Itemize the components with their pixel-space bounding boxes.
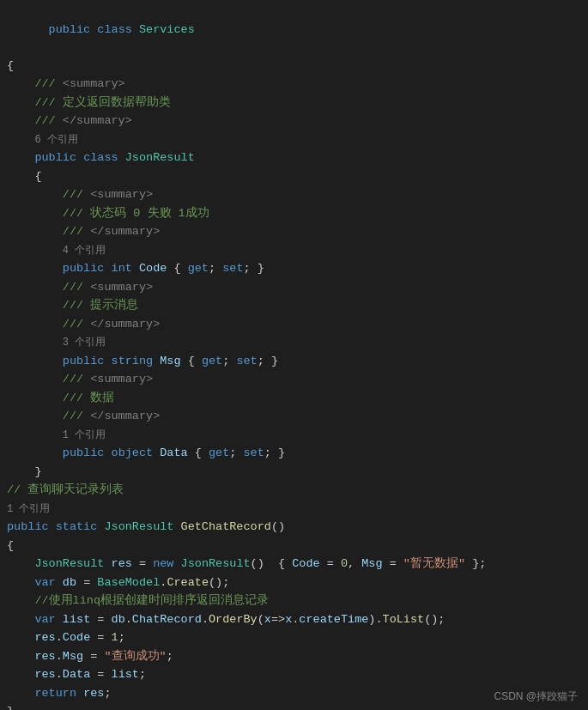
line-10: /// 状态码 0 失败 1成功	[0, 205, 588, 224]
keyword-public-4: public	[63, 355, 105, 367]
line-17: 3 个引用	[0, 334, 588, 353]
line-16: /// </summary>	[0, 316, 588, 335]
keyword-public-6: public	[7, 520, 49, 533]
line-9: /// <summary>	[0, 186, 588, 205]
line-28: {	[0, 537, 588, 556]
keyword-public: public	[49, 23, 91, 36]
line-23: public object Data { get; set; }	[0, 445, 588, 464]
keyword-public-3: public	[63, 262, 105, 275]
class-name-jsonresult: JsonResult	[125, 151, 195, 164]
comment-summary-open: /// <summary>	[34, 77, 124, 90]
watermark: CSDN @摔跤猫子	[494, 689, 578, 705]
lambda-x: x	[264, 613, 271, 626]
keyword-public-5: public	[63, 446, 105, 459]
var-list: list	[63, 613, 90, 626]
ref-count-6: 6 个引用	[34, 134, 77, 146]
keyword-class-2: class	[83, 151, 118, 164]
prop-createtime: createTime	[299, 613, 368, 626]
prop-res-code: res	[34, 631, 55, 644]
comment-summary-close-3: /// </summary>	[63, 318, 160, 331]
line-3: /// <summary>	[0, 76, 588, 94]
keyword-return: return	[34, 687, 76, 700]
prop-res-msg: res	[34, 650, 55, 663]
type-jsonresult-3: JsonResult	[181, 557, 251, 570]
ref-count-4: 4 个引用	[63, 245, 106, 257]
var-list-2: list	[112, 668, 139, 681]
line-18: public string Msg { get; set; }	[0, 353, 588, 372]
number-0: 0	[341, 557, 348, 570]
prop-code: Code	[139, 262, 167, 275]
prop-msg-3: Msg	[63, 650, 83, 663]
code-editor: public class Services { /// <summary> //…	[0, 0, 588, 710]
type-basemodel: BaseModel	[97, 576, 160, 589]
var-res-2: res	[83, 687, 104, 700]
ref-count-1: 1 个引用	[63, 429, 106, 441]
line-13: public int Code { get; set; }	[0, 260, 588, 279]
keyword-class: class	[97, 23, 132, 36]
line-31: //使用linq根据创建时间排序返回消息记录	[0, 592, 588, 611]
line-6: 6 个引用	[0, 131, 588, 150]
comment-linq: //使用linq根据创建时间排序返回消息记录	[34, 594, 269, 607]
line-12: 4 个引用	[0, 242, 588, 261]
method-getchatrecord: GetChatRecord	[181, 520, 271, 533]
line-35: res.Data = list;	[0, 666, 588, 685]
line-33: res.Code = 1;	[0, 629, 588, 648]
comment-summary-2: /// <summary>	[63, 188, 153, 201]
comment-hint-msg: /// 提示消息	[63, 299, 138, 312]
comment-summary-close: /// </summary>	[34, 114, 131, 127]
line-8: {	[0, 168, 588, 187]
line-1: public class Services	[0, 3, 588, 58]
var-db: db	[63, 576, 76, 589]
keyword-set: set	[222, 262, 243, 275]
prop-db: db	[112, 613, 125, 626]
prop-code-3: Code	[63, 631, 90, 644]
comment-define-class: /// 定义返回数据帮助类	[34, 96, 170, 109]
method-orderby: OrderBy	[209, 613, 258, 626]
keyword-get-2: get	[202, 355, 222, 367]
line-4: /// 定义返回数据帮助类	[0, 94, 588, 113]
keyword-object: object	[112, 446, 154, 459]
keyword-get: get	[188, 262, 209, 275]
comment-summary-4: /// <summary>	[63, 373, 153, 385]
string-no-data: "暂无数据"	[403, 557, 465, 570]
line-7: public class JsonResult	[0, 149, 588, 168]
comment-summary-close-2: /// </summary>	[63, 225, 160, 238]
keyword-int: int	[112, 262, 132, 275]
prop-data-2: Data	[63, 668, 90, 681]
line-34: res.Msg = "查询成功";	[0, 648, 588, 667]
prop-msg-2: Msg	[361, 557, 382, 570]
method-tolist: ToList	[383, 613, 425, 626]
prop-data: Data	[160, 446, 187, 459]
keyword-var: var	[34, 576, 55, 589]
type-jsonresult: JsonResult	[104, 520, 173, 533]
ref-count-3: 3 个引用	[63, 337, 106, 349]
comment-status-code: /// 状态码 0 失败 1成功	[63, 207, 209, 220]
line-30: var db = BaseModel.Create();	[0, 574, 588, 593]
line-22: 1 个引用	[0, 427, 588, 446]
string-query-success: "查询成功"	[104, 650, 166, 663]
comment-summary-3: /// <summary>	[63, 281, 153, 294]
keyword-get-3: get	[209, 446, 229, 459]
prop-msg: Msg	[160, 355, 180, 367]
method-create: Create	[167, 576, 209, 589]
keyword-string: string	[112, 355, 154, 367]
keyword-set-3: set	[243, 446, 264, 459]
line-19: /// <summary>	[0, 371, 588, 390]
line-11: /// </summary>	[0, 223, 588, 242]
line-2: {	[0, 58, 588, 76]
comment-summary-close-4: /// </summary>	[63, 410, 160, 422]
line-24: }	[0, 464, 588, 482]
prop-chatrecord: ChatRecord	[132, 613, 202, 626]
line-27: public static JsonResult GetChatRecord()	[0, 519, 588, 537]
keyword-public-2: public	[34, 151, 76, 164]
keyword-var-2: var	[34, 613, 55, 626]
line-26: 1 个引用	[0, 501, 588, 519]
keyword-static: static	[56, 520, 98, 533]
line-21: /// </summary>	[0, 408, 588, 427]
line-20: /// 数据	[0, 390, 588, 409]
ref-count-1b: 1 个引用	[7, 503, 50, 515]
line-5: /// </summary>	[0, 112, 588, 131]
type-jsonresult-2: JsonResult	[34, 557, 104, 570]
keyword-new: new	[153, 557, 173, 570]
comment-query-chat: // 查询聊天记录列表	[7, 483, 124, 496]
